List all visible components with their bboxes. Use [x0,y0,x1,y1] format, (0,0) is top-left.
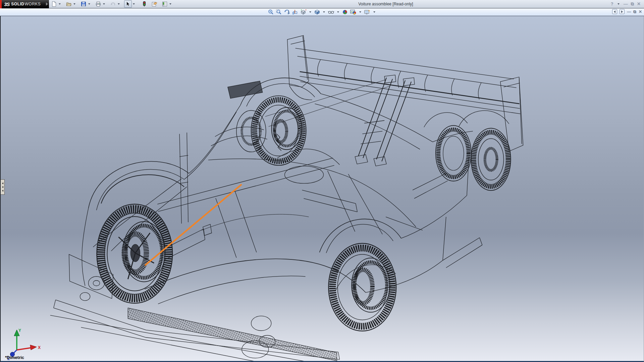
apply-scene-button[interactable] [350,9,357,15]
select-cursor-icon [125,1,131,7]
options-button[interactable] [161,0,168,8]
brand-solid: SOLID [11,2,24,6]
undo-button[interactable] [109,0,117,8]
logo-flyout-arrow-icon[interactable] [46,2,48,6]
doc-close-button[interactable]: ✕ [639,9,642,14]
print-icon [95,1,101,7]
new-document-dropdown[interactable] [59,3,61,5]
next-window-icon [621,10,623,13]
display-style-icon [314,9,320,15]
wireframe-model[interactable] [1,16,644,361]
doc-restore-button[interactable]: ⧉ [633,9,636,14]
edit-appearance-button[interactable] [342,9,348,15]
previous-view-icon [284,9,290,15]
print-dropdown[interactable] [103,3,105,5]
wheel-rear-right-inner [436,125,471,181]
edit-appearance-icon [342,9,348,15]
zoom-to-fit-button[interactable] [268,9,274,15]
view-orientation-dropdown[interactable] [309,11,311,13]
file-properties-icon [151,1,158,7]
view-settings-dropdown[interactable] [373,11,375,13]
restore-button[interactable]: ⧉ [631,1,634,7]
rebuild-traffic-light-icon [141,1,147,7]
print-button[interactable] [95,0,102,8]
solidworks-logo: 3S SOLID WORKS [0,0,49,8]
wheel-front-left [97,204,173,303]
minimize-button[interactable]: — [624,1,628,7]
undo-dropdown[interactable] [118,3,120,5]
rebuild-button[interactable] [141,0,148,8]
hide-show-items-glasses-icon [328,9,334,15]
display-style-button[interactable] [314,9,320,15]
wheel-rear-left [328,243,396,331]
previous-window-button[interactable] [612,9,617,14]
open-dropdown[interactable] [73,3,75,5]
open-folder-icon [66,1,72,7]
previous-view-button[interactable] [284,9,290,15]
view-orientation-button[interactable] [300,9,307,15]
help-button[interactable]: ? [611,1,613,7]
feature-manager-collapsed-tab[interactable] [1,179,5,195]
select-button[interactable] [124,0,132,8]
next-window-button[interactable] [620,9,625,14]
zoom-to-area-icon [276,9,282,15]
view-settings-icon [364,9,371,15]
save-button[interactable] [80,0,87,8]
undo-icon [110,1,116,7]
triad-y-label: Y [18,328,21,333]
triad-x-label: X [38,345,41,350]
select-dropdown[interactable] [133,3,135,5]
new-document-button[interactable] [50,0,58,8]
window-title: Voiture assomblee [Read-only] [358,2,413,6]
wheel-front-right [251,96,306,166]
brand-works: WORKS [25,2,41,6]
wheel-rear-right-outer [471,128,511,190]
close-button[interactable]: ✕ [637,1,641,7]
heads-up-view-toolbar [268,9,376,15]
apply-scene-icon [350,9,357,15]
save-dropdown[interactable] [88,3,90,5]
previous-window-icon [614,10,615,13]
car-wireframe [50,36,523,361]
standard-toolbar [49,0,175,8]
window-controls: ? — ⧉ ✕ [611,1,641,7]
zoom-to-fit-icon [268,9,274,15]
save-icon [80,1,87,7]
zoom-to-area-button[interactable] [276,9,282,15]
hide-show-items-button[interactable] [328,9,334,15]
collapse-arrow-icon [2,186,3,188]
open-button[interactable] [65,0,72,8]
title-bar: 3S SOLID WORKS [0,0,644,8]
section-view-button[interactable] [292,9,298,15]
view-orientation-icon [300,9,307,15]
view-orientation-label: *Dimetric [5,355,24,360]
apply-scene-dropdown[interactable] [359,11,361,13]
brand-mark: 3S [4,1,9,7]
hide-show-items-dropdown[interactable] [337,11,339,13]
doc-minimize-button[interactable]: — [627,9,631,14]
collapse-arrow-icon [2,182,3,184]
graphics-area[interactable]: Y X Z *Dimetric [0,16,644,362]
document-window-controls: — ⧉ ✕ [612,9,642,14]
section-view-icon [292,9,298,15]
display-style-dropdown[interactable] [323,11,325,13]
collapse-arrow-icon [2,190,3,192]
options-icon [162,1,168,7]
file-properties-button[interactable] [151,0,158,8]
options-dropdown[interactable] [169,3,171,5]
help-dropdown[interactable] [618,3,620,5]
menu-bar: — ⧉ ✕ [0,8,644,16]
view-settings-button[interactable] [364,9,371,15]
new-document-icon [51,1,57,7]
